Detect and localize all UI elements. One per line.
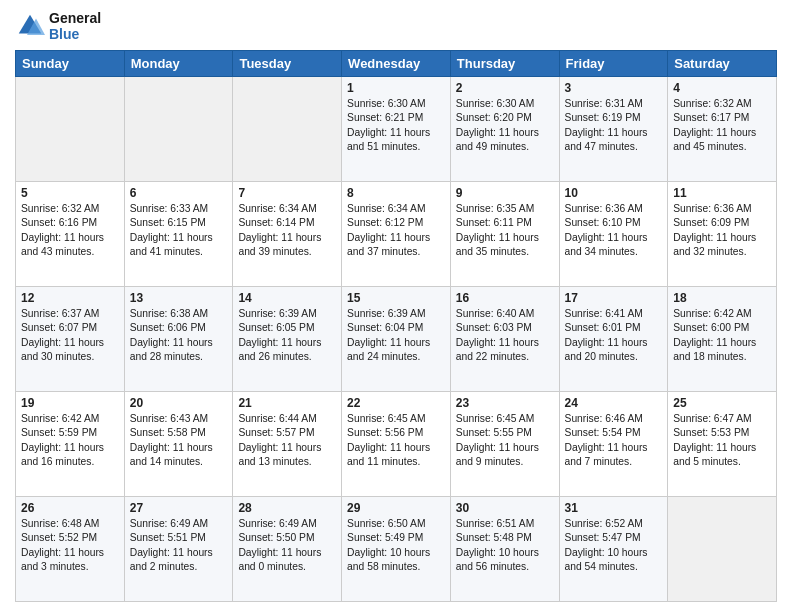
day-info: Sunrise: 6:36 AM Sunset: 6:09 PM Dayligh… xyxy=(673,202,771,260)
logo: General Blue xyxy=(15,10,101,42)
day-number: 16 xyxy=(456,291,554,305)
calendar-cell: 17Sunrise: 6:41 AM Sunset: 6:01 PM Dayli… xyxy=(559,287,668,392)
weekday-header-wednesday: Wednesday xyxy=(342,51,451,77)
day-number: 7 xyxy=(238,186,336,200)
day-info: Sunrise: 6:40 AM Sunset: 6:03 PM Dayligh… xyxy=(456,307,554,365)
calendar-cell: 6Sunrise: 6:33 AM Sunset: 6:15 PM Daylig… xyxy=(124,182,233,287)
calendar-cell: 5Sunrise: 6:32 AM Sunset: 6:16 PM Daylig… xyxy=(16,182,125,287)
day-info: Sunrise: 6:45 AM Sunset: 5:56 PM Dayligh… xyxy=(347,412,445,470)
day-info: Sunrise: 6:35 AM Sunset: 6:11 PM Dayligh… xyxy=(456,202,554,260)
calendar-cell: 23Sunrise: 6:45 AM Sunset: 5:55 PM Dayli… xyxy=(450,392,559,497)
calendar-cell: 19Sunrise: 6:42 AM Sunset: 5:59 PM Dayli… xyxy=(16,392,125,497)
calendar-cell: 28Sunrise: 6:49 AM Sunset: 5:50 PM Dayli… xyxy=(233,497,342,602)
week-row-2: 5Sunrise: 6:32 AM Sunset: 6:16 PM Daylig… xyxy=(16,182,777,287)
calendar-cell: 13Sunrise: 6:38 AM Sunset: 6:06 PM Dayli… xyxy=(124,287,233,392)
day-number: 13 xyxy=(130,291,228,305)
calendar-cell: 31Sunrise: 6:52 AM Sunset: 5:47 PM Dayli… xyxy=(559,497,668,602)
calendar-cell xyxy=(124,77,233,182)
day-info: Sunrise: 6:48 AM Sunset: 5:52 PM Dayligh… xyxy=(21,517,119,575)
day-info: Sunrise: 6:30 AM Sunset: 6:20 PM Dayligh… xyxy=(456,97,554,155)
calendar-cell: 2Sunrise: 6:30 AM Sunset: 6:20 PM Daylig… xyxy=(450,77,559,182)
day-info: Sunrise: 6:42 AM Sunset: 5:59 PM Dayligh… xyxy=(21,412,119,470)
weekday-header-thursday: Thursday xyxy=(450,51,559,77)
day-info: Sunrise: 6:33 AM Sunset: 6:15 PM Dayligh… xyxy=(130,202,228,260)
day-info: Sunrise: 6:49 AM Sunset: 5:51 PM Dayligh… xyxy=(130,517,228,575)
calendar-cell: 22Sunrise: 6:45 AM Sunset: 5:56 PM Dayli… xyxy=(342,392,451,497)
day-info: Sunrise: 6:38 AM Sunset: 6:06 PM Dayligh… xyxy=(130,307,228,365)
day-number: 9 xyxy=(456,186,554,200)
day-number: 12 xyxy=(21,291,119,305)
day-number: 10 xyxy=(565,186,663,200)
calendar-cell: 3Sunrise: 6:31 AM Sunset: 6:19 PM Daylig… xyxy=(559,77,668,182)
day-info: Sunrise: 6:36 AM Sunset: 6:10 PM Dayligh… xyxy=(565,202,663,260)
calendar-cell: 7Sunrise: 6:34 AM Sunset: 6:14 PM Daylig… xyxy=(233,182,342,287)
day-number: 18 xyxy=(673,291,771,305)
day-info: Sunrise: 6:43 AM Sunset: 5:58 PM Dayligh… xyxy=(130,412,228,470)
weekday-header-sunday: Sunday xyxy=(16,51,125,77)
day-info: Sunrise: 6:32 AM Sunset: 6:17 PM Dayligh… xyxy=(673,97,771,155)
calendar-cell: 10Sunrise: 6:36 AM Sunset: 6:10 PM Dayli… xyxy=(559,182,668,287)
calendar-cell: 4Sunrise: 6:32 AM Sunset: 6:17 PM Daylig… xyxy=(668,77,777,182)
day-number: 11 xyxy=(673,186,771,200)
day-info: Sunrise: 6:34 AM Sunset: 6:14 PM Dayligh… xyxy=(238,202,336,260)
calendar-cell: 30Sunrise: 6:51 AM Sunset: 5:48 PM Dayli… xyxy=(450,497,559,602)
calendar-cell xyxy=(16,77,125,182)
calendar-cell: 14Sunrise: 6:39 AM Sunset: 6:05 PM Dayli… xyxy=(233,287,342,392)
day-number: 29 xyxy=(347,501,445,515)
day-number: 14 xyxy=(238,291,336,305)
day-number: 4 xyxy=(673,81,771,95)
calendar-cell: 24Sunrise: 6:46 AM Sunset: 5:54 PM Dayli… xyxy=(559,392,668,497)
weekday-header-tuesday: Tuesday xyxy=(233,51,342,77)
weekday-header-monday: Monday xyxy=(124,51,233,77)
day-info: Sunrise: 6:30 AM Sunset: 6:21 PM Dayligh… xyxy=(347,97,445,155)
day-number: 21 xyxy=(238,396,336,410)
day-number: 19 xyxy=(21,396,119,410)
day-number: 28 xyxy=(238,501,336,515)
day-info: Sunrise: 6:32 AM Sunset: 6:16 PM Dayligh… xyxy=(21,202,119,260)
calendar-cell: 12Sunrise: 6:37 AM Sunset: 6:07 PM Dayli… xyxy=(16,287,125,392)
calendar-cell: 15Sunrise: 6:39 AM Sunset: 6:04 PM Dayli… xyxy=(342,287,451,392)
calendar-cell: 29Sunrise: 6:50 AM Sunset: 5:49 PM Dayli… xyxy=(342,497,451,602)
day-info: Sunrise: 6:39 AM Sunset: 6:05 PM Dayligh… xyxy=(238,307,336,365)
day-info: Sunrise: 6:42 AM Sunset: 6:00 PM Dayligh… xyxy=(673,307,771,365)
day-info: Sunrise: 6:50 AM Sunset: 5:49 PM Dayligh… xyxy=(347,517,445,575)
week-row-4: 19Sunrise: 6:42 AM Sunset: 5:59 PM Dayli… xyxy=(16,392,777,497)
day-number: 27 xyxy=(130,501,228,515)
day-number: 26 xyxy=(21,501,119,515)
calendar-cell: 26Sunrise: 6:48 AM Sunset: 5:52 PM Dayli… xyxy=(16,497,125,602)
calendar-cell: 16Sunrise: 6:40 AM Sunset: 6:03 PM Dayli… xyxy=(450,287,559,392)
day-info: Sunrise: 6:51 AM Sunset: 5:48 PM Dayligh… xyxy=(456,517,554,575)
calendar-cell: 25Sunrise: 6:47 AM Sunset: 5:53 PM Dayli… xyxy=(668,392,777,497)
weekday-header-saturday: Saturday xyxy=(668,51,777,77)
calendar-cell: 9Sunrise: 6:35 AM Sunset: 6:11 PM Daylig… xyxy=(450,182,559,287)
day-number: 31 xyxy=(565,501,663,515)
day-number: 24 xyxy=(565,396,663,410)
calendar-cell xyxy=(668,497,777,602)
calendar-cell: 21Sunrise: 6:44 AM Sunset: 5:57 PM Dayli… xyxy=(233,392,342,497)
day-info: Sunrise: 6:49 AM Sunset: 5:50 PM Dayligh… xyxy=(238,517,336,575)
day-info: Sunrise: 6:52 AM Sunset: 5:47 PM Dayligh… xyxy=(565,517,663,575)
logo-icon xyxy=(15,11,45,41)
logo-text: General Blue xyxy=(49,10,101,42)
week-row-1: 1Sunrise: 6:30 AM Sunset: 6:21 PM Daylig… xyxy=(16,77,777,182)
day-number: 25 xyxy=(673,396,771,410)
day-info: Sunrise: 6:31 AM Sunset: 6:19 PM Dayligh… xyxy=(565,97,663,155)
day-number: 2 xyxy=(456,81,554,95)
weekday-header-friday: Friday xyxy=(559,51,668,77)
week-row-3: 12Sunrise: 6:37 AM Sunset: 6:07 PM Dayli… xyxy=(16,287,777,392)
day-number: 20 xyxy=(130,396,228,410)
calendar-cell: 8Sunrise: 6:34 AM Sunset: 6:12 PM Daylig… xyxy=(342,182,451,287)
week-row-5: 26Sunrise: 6:48 AM Sunset: 5:52 PM Dayli… xyxy=(16,497,777,602)
day-number: 3 xyxy=(565,81,663,95)
day-number: 23 xyxy=(456,396,554,410)
header: General Blue xyxy=(15,10,777,42)
calendar-table: SundayMondayTuesdayWednesdayThursdayFrid… xyxy=(15,50,777,602)
day-info: Sunrise: 6:47 AM Sunset: 5:53 PM Dayligh… xyxy=(673,412,771,470)
day-number: 6 xyxy=(130,186,228,200)
calendar-cell: 20Sunrise: 6:43 AM Sunset: 5:58 PM Dayli… xyxy=(124,392,233,497)
day-info: Sunrise: 6:44 AM Sunset: 5:57 PM Dayligh… xyxy=(238,412,336,470)
day-info: Sunrise: 6:34 AM Sunset: 6:12 PM Dayligh… xyxy=(347,202,445,260)
day-info: Sunrise: 6:41 AM Sunset: 6:01 PM Dayligh… xyxy=(565,307,663,365)
day-info: Sunrise: 6:37 AM Sunset: 6:07 PM Dayligh… xyxy=(21,307,119,365)
weekday-header-row: SundayMondayTuesdayWednesdayThursdayFrid… xyxy=(16,51,777,77)
